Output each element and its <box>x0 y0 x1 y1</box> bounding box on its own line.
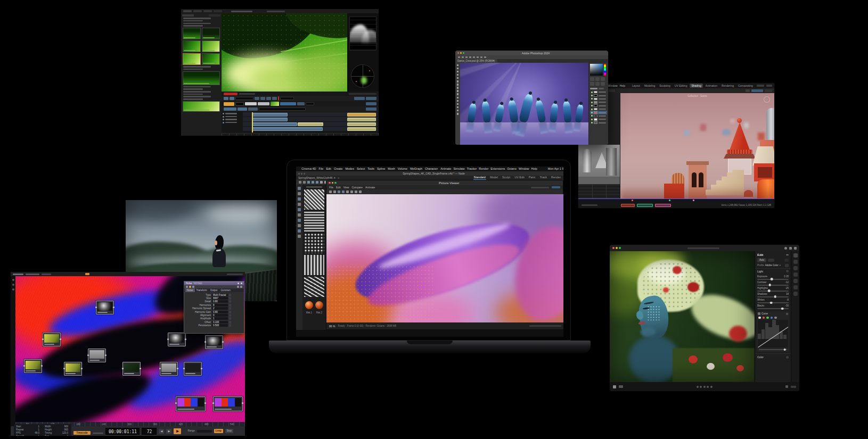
presets-icon[interactable] <box>793 279 798 283</box>
node[interactable] <box>24 359 42 373</box>
tool-option-icon[interactable] <box>458 56 460 59</box>
navigation-gizmo[interactable] <box>764 96 770 103</box>
rail-icon[interactable] <box>12 279 14 281</box>
slider-row[interactable]: Blacks-30 <box>757 304 789 309</box>
colorbars-node[interactable] <box>176 396 206 411</box>
material-sphere[interactable] <box>315 301 323 309</box>
frame-ruler[interactable] <box>222 133 379 136</box>
transport-button[interactable] <box>255 97 259 100</box>
rotate-icon[interactable] <box>316 181 318 184</box>
stamp-tool-icon[interactable] <box>457 90 459 92</box>
menu-item[interactable]: Mesh <box>388 167 395 171</box>
crop-tool-icon[interactable] <box>457 77 459 79</box>
parameter-value-field[interactable]: 1 <box>212 317 228 320</box>
timeline-track[interactable] <box>243 112 378 117</box>
fx-button[interactable] <box>238 107 247 111</box>
panel-tab[interactable] <box>182 14 194 16</box>
tool-option-icon[interactable] <box>469 56 471 59</box>
clip-thumbnail[interactable] <box>202 28 220 39</box>
slider-knob[interactable] <box>770 302 773 304</box>
menu-item[interactable]: Octane <box>507 167 517 171</box>
workspace-tab[interactable]: Modeling <box>643 84 657 88</box>
fx-button[interactable] <box>248 107 258 111</box>
value-field[interactable] <box>306 102 314 105</box>
compare-icon[interactable] <box>338 190 340 193</box>
curve-channel-all[interactable] <box>758 317 761 319</box>
snap-chip[interactable] <box>609 89 615 92</box>
panel-tab[interactable] <box>209 14 220 16</box>
menu-item[interactable]: Window <box>608 84 618 87</box>
move-tool-icon[interactable] <box>457 64 459 67</box>
menu-chip[interactable] <box>26 274 39 275</box>
shading-chip[interactable] <box>751 89 763 92</box>
timeline-track[interactable] <box>243 122 378 126</box>
parameter-value-field[interactable]: 0.500 <box>212 324 228 327</box>
clip-thumbnail[interactable] <box>202 40 220 52</box>
slider-row[interactable]: Contrast-12 <box>757 281 789 286</box>
menubar-clock[interactable]: Mon Apr 1 9:41 AM <box>548 167 563 171</box>
dialog-titlebar[interactable]: Noise NOISE1 <box>184 281 244 285</box>
layout-tab[interactable]: Sculpt <box>502 176 511 180</box>
value-chip[interactable] <box>366 97 376 100</box>
clip[interactable] <box>252 118 288 121</box>
node[interactable] <box>205 335 223 349</box>
transport-button[interactable] <box>266 97 271 100</box>
layout-tab[interactable]: Render <box>551 176 561 180</box>
slider-track[interactable] <box>757 308 789 309</box>
range-field[interactable] <box>197 430 212 433</box>
tab[interactable] <box>183 10 192 12</box>
move-icon[interactable] <box>307 181 310 184</box>
tool-option-icon[interactable] <box>462 56 464 59</box>
stop-button[interactable]: Stop <box>225 429 233 433</box>
stepper[interactable] <box>229 321 231 324</box>
zoom-icon[interactable] <box>619 247 621 249</box>
shape-tool-icon[interactable] <box>457 106 459 109</box>
clip[interactable] <box>347 127 376 131</box>
playhead[interactable] <box>252 112 253 132</box>
text-tool-icon[interactable] <box>457 103 459 105</box>
preview-thumb[interactable] <box>271 102 279 106</box>
healing-icon[interactable] <box>793 266 798 270</box>
step-back-button[interactable]: ◀ <box>159 429 164 434</box>
close-icon[interactable] <box>241 283 242 284</box>
document-tab[interactable]: Dance_Crew.psd @ 25% (RGB/8#) <box>455 59 497 63</box>
gradient-tool-icon[interactable] <box>457 97 459 99</box>
close-icon[interactable] <box>457 52 459 54</box>
menu-item[interactable]: Render <box>479 167 488 171</box>
hue-strip[interactable] <box>604 64 606 76</box>
clip[interactable] <box>252 122 297 126</box>
clip[interactable] <box>347 118 376 121</box>
adjustment-icon[interactable] <box>595 77 600 81</box>
menu-item[interactable]: Tracker <box>467 167 477 171</box>
parameter-value-field[interactable]: 2 <box>212 307 228 310</box>
undo-icon[interactable] <box>299 181 301 184</box>
curve-channel-green[interactable] <box>766 317 769 319</box>
minimize-icon[interactable] <box>301 173 302 175</box>
visibility-icon[interactable] <box>591 95 593 96</box>
option-chip[interactable] <box>258 102 269 105</box>
tool-option-icon[interactable] <box>477 56 479 59</box>
menu-chip[interactable] <box>13 274 23 275</box>
help-icon[interactable] <box>186 286 188 288</box>
zoom-in-icon[interactable] <box>346 190 349 193</box>
layers-tab[interactable] <box>590 88 597 89</box>
tool-icon[interactable] <box>298 197 301 201</box>
menu-item[interactable]: Edit <box>326 167 331 171</box>
marker-chip-teal[interactable] <box>637 204 653 207</box>
layer-row[interactable] <box>590 121 607 125</box>
menu-item[interactable]: Tools <box>367 167 374 171</box>
grid-view-icon[interactable] <box>794 247 797 250</box>
tool-icon[interactable] <box>298 224 301 227</box>
curve-header[interactable]: Curve <box>761 312 768 316</box>
menu-item[interactable]: Select <box>357 167 365 171</box>
section-reset-icon[interactable] <box>786 356 789 359</box>
curve-channel-point[interactable] <box>774 317 777 319</box>
slider-row[interactable]: Exposure0.35 <box>757 275 789 280</box>
panel-collapse-icon[interactable] <box>786 313 788 315</box>
layout-tab[interactable]: Standard <box>473 176 486 180</box>
tone-curve-graph[interactable] <box>758 320 788 347</box>
menu-item[interactable]: Modes <box>345 167 354 171</box>
visibility-icon[interactable] <box>591 105 593 106</box>
adjustment-icon[interactable] <box>590 82 594 86</box>
panel-menu-icon[interactable] <box>786 254 789 255</box>
